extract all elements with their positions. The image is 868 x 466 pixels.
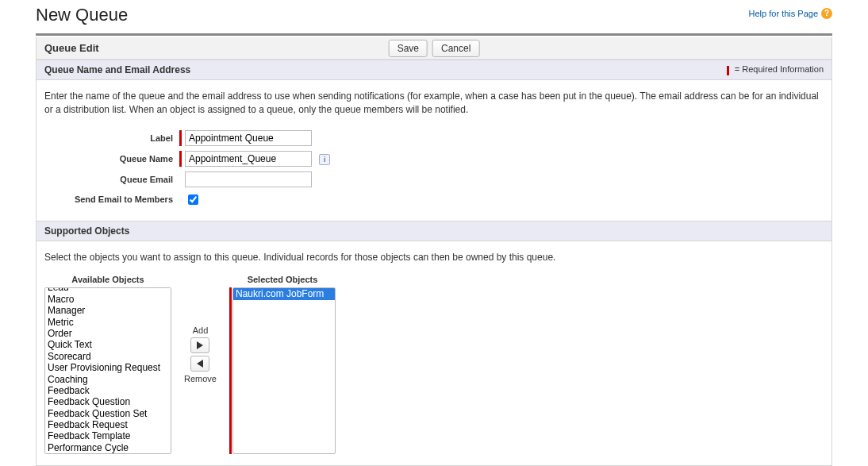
list-item[interactable]: Feedback Request xyxy=(45,419,171,430)
list-item[interactable]: Order xyxy=(45,328,171,339)
help-for-page-link[interactable]: Help for this Page ? xyxy=(749,8,832,19)
cancel-button[interactable]: Cancel xyxy=(432,40,479,57)
list-item[interactable]: Metric xyxy=(45,317,171,328)
add-label: Add xyxy=(193,325,209,335)
available-objects-header: Available Objects xyxy=(71,275,144,284)
required-information: = Required Information xyxy=(727,64,824,75)
queue-edit-panel: Queue Edit Save Cancel Queue Name and Em… xyxy=(36,37,832,466)
label-input[interactable] xyxy=(185,130,312,146)
queue-edit-header: Queue Edit Save Cancel xyxy=(36,37,832,60)
section-title-name-email: Queue Name and Email Address xyxy=(44,64,190,75)
list-item[interactable]: Quick Text xyxy=(45,339,171,350)
list-item[interactable]: Performance Cycle xyxy=(45,442,171,453)
section-title-supported: Supported Objects xyxy=(44,225,129,237)
required-mark-icon xyxy=(229,287,232,454)
info-icon[interactable]: i xyxy=(319,154,330,165)
list-item[interactable]: Feedback Question Set xyxy=(45,408,171,419)
remove-label: Remove xyxy=(184,374,217,383)
list-item[interactable]: Scorecard xyxy=(45,351,171,362)
available-column: Available Objects LeadMacroManagerMetric… xyxy=(44,275,171,454)
queue-email-field-label: Queue Email xyxy=(44,169,179,190)
send-email-field-label: Send Email to Members xyxy=(44,190,179,210)
list-item[interactable]: Naukri.com JobForm xyxy=(233,288,335,299)
picklist-controls: Add Remove xyxy=(184,275,217,383)
chevron-right-icon xyxy=(197,341,203,349)
list-item[interactable]: Feedback Template xyxy=(45,430,171,441)
add-button[interactable] xyxy=(190,337,209,353)
send-email-checkbox[interactable] xyxy=(188,194,198,205)
list-item[interactable]: Coaching xyxy=(45,374,171,385)
selected-column: Selected Objects Naukri.com JobForm xyxy=(229,275,336,454)
supported-intro: Select the objects you want to assign to… xyxy=(44,251,824,264)
name-email-form: Label Queue Name i Queue Email xyxy=(44,128,333,210)
help-icon: ? xyxy=(821,8,832,19)
page-title: New Queue xyxy=(36,3,128,33)
save-button[interactable]: Save xyxy=(389,40,428,57)
dueling-picklist: Available Objects LeadMacroManagerMetric… xyxy=(44,275,824,454)
label-field-label: Label xyxy=(44,128,179,148)
section-bar-supported: Supported Objects xyxy=(36,221,832,241)
available-objects-list[interactable]: LeadMacroManagerMetricOrderQuick TextSco… xyxy=(44,287,171,454)
queue-edit-title: Queue Edit xyxy=(44,42,99,54)
selected-objects-header: Selected Objects xyxy=(248,275,318,284)
queue-name-input[interactable] xyxy=(185,151,312,167)
required-information-label: = Required Information xyxy=(735,64,824,74)
list-item[interactable]: Lead xyxy=(45,287,171,293)
remove-button[interactable] xyxy=(190,356,209,372)
queue-name-field-label: Queue Name xyxy=(44,148,179,169)
name-email-intro: Enter the name of the queue and the emai… xyxy=(44,90,824,117)
section-body-name-email: Enter the name of the queue and the emai… xyxy=(36,80,832,221)
required-mark-icon xyxy=(727,66,729,75)
queue-email-input[interactable] xyxy=(185,171,312,187)
section-body-supported: Select the objects you want to assign to… xyxy=(36,241,832,466)
selected-objects-list[interactable]: Naukri.com JobForm xyxy=(232,287,336,454)
chevron-left-icon xyxy=(197,360,203,368)
list-item[interactable]: Feedback Question xyxy=(45,396,171,407)
help-for-page-label: Help for this Page xyxy=(749,9,818,18)
header-button-row: Save Cancel xyxy=(389,40,480,57)
list-item[interactable]: User Provisioning Request xyxy=(45,362,171,373)
list-item[interactable]: Manager xyxy=(45,305,171,316)
list-item[interactable]: Macro xyxy=(45,294,171,305)
section-bar-name-email: Queue Name and Email Address = Required … xyxy=(36,60,832,80)
list-item[interactable]: Feedback xyxy=(45,385,171,396)
divider xyxy=(36,33,832,36)
